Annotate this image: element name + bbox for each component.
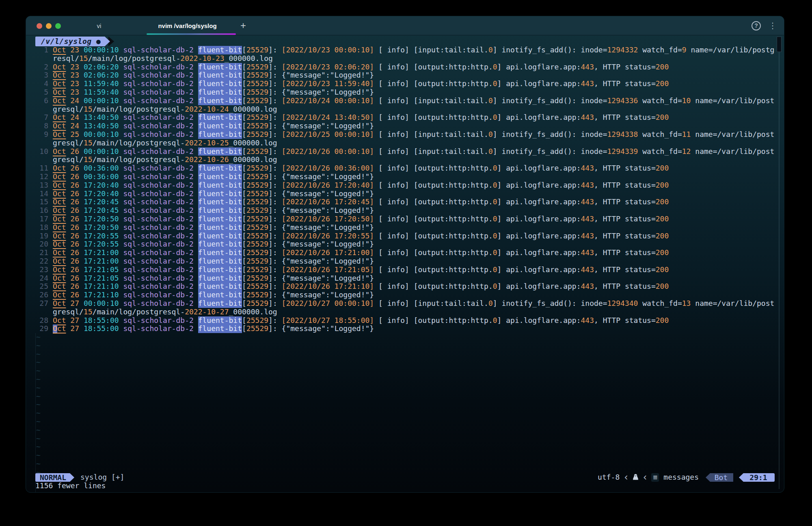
- line-number: 24: [35, 274, 53, 283]
- log-line[interactable]: gresql/15/main/log/postgresql-2022-10-27…: [35, 308, 772, 316]
- line-number: 27: [35, 299, 53, 308]
- line-number: 20: [35, 240, 53, 249]
- log-line[interactable]: 15Oct 26 17:20:45 sql-scholar-db-2 fluen…: [35, 198, 772, 206]
- empty-buffer-line: ~: [35, 384, 772, 392]
- encoding-label: utf-8: [598, 473, 620, 482]
- empty-buffer-line: ~: [35, 426, 772, 435]
- line-number: 11: [35, 164, 53, 173]
- tilde-marker: ~: [35, 375, 41, 384]
- log-line[interactable]: 13Oct 26 17:20:40 sql-scholar-db-2 fluen…: [35, 181, 772, 190]
- log-line[interactable]: 28Oct 27 18:55:00 sql-scholar-db-2 fluen…: [35, 316, 772, 325]
- empty-buffer-line: ~: [35, 435, 772, 443]
- log-line[interactable]: resql/15/main/log/postgresql-2022-10-23_…: [35, 54, 772, 63]
- log-line[interactable]: 4Oct 23 11:59:40 sql-scholar-db-2 fluent…: [35, 80, 772, 88]
- tilde-marker: ~: [35, 443, 41, 451]
- log-line[interactable]: 24Oct 26 17:21:05 sql-scholar-db-2 fluen…: [35, 274, 772, 283]
- minimize-window-button[interactable]: [46, 23, 52, 29]
- statusline-file-label: syslog [+]: [80, 473, 124, 482]
- tilde-marker: ~: [35, 451, 41, 460]
- line-number: 1: [35, 46, 53, 54]
- line-number: [35, 308, 53, 316]
- log-line[interactable]: 7Oct 24 13:40:50 sql-scholar-db-2 fluent…: [35, 113, 772, 122]
- tab-nvim-syslog[interactable]: nvim /var/log/syslog: [144, 16, 231, 35]
- tilde-marker: ~: [35, 460, 41, 468]
- tilde-marker: ~: [35, 400, 41, 409]
- empty-buffer-line: ~: [35, 400, 772, 409]
- scrollbar-track[interactable]: [779, 37, 780, 489]
- line-number: 28: [35, 316, 53, 325]
- log-line[interactable]: 11Oct 26 00:36:00 sql-scholar-db-2 fluen…: [35, 164, 772, 173]
- log-line[interactable]: gresql/15/main/log/postgresql-2022-10-26…: [35, 156, 772, 164]
- log-line[interactable]: 19Oct 26 17:20:55 sql-scholar-db-2 fluen…: [35, 232, 772, 240]
- empty-buffer-line: ~: [35, 358, 772, 367]
- buffer-tab-arrow: [105, 37, 110, 46]
- log-line[interactable]: gresql/15/main/log/postgresql-2022-10-25…: [35, 139, 772, 147]
- log-line[interactable]: 20Oct 26 17:20:55 sql-scholar-db-2 fluen…: [35, 240, 772, 249]
- log-line[interactable]: 5Oct 23 11:59:40 sql-scholar-db-2 fluent…: [35, 88, 772, 97]
- line-number: 26: [35, 291, 53, 299]
- mode-indicator: NORMAL: [35, 473, 74, 482]
- lines-icon: ≡: [651, 473, 659, 482]
- line-number: 9: [35, 130, 53, 139]
- log-line[interactable]: 27Oct 27 00:00:10 sql-scholar-db-2 fluen…: [35, 299, 772, 308]
- empty-buffer-line: ~: [35, 342, 772, 350]
- log-line[interactable]: 3Oct 23 02:06:20 sql-scholar-db-2 fluent…: [35, 71, 772, 80]
- cursor-position-indicator: 29:1: [739, 473, 775, 482]
- close-window-button[interactable]: [37, 23, 42, 29]
- log-line[interactable]: 16Oct 26 17:20:45 sql-scholar-db-2 fluen…: [35, 206, 772, 215]
- line-number: 15: [35, 198, 53, 206]
- log-line[interactable]: 25Oct 26 17:21:10 sql-scholar-db-2 fluen…: [35, 282, 772, 291]
- empty-buffer-line: ~: [35, 451, 772, 460]
- traffic-lights: [37, 23, 61, 29]
- line-number: [35, 156, 53, 164]
- buffer-tab-syslog[interactable]: /v/l/syslog ●: [35, 37, 105, 46]
- line-number: 22: [35, 257, 53, 266]
- log-line[interactable]: 1Oct 23 00:00:10 sql-scholar-db-2 fluent…: [35, 46, 772, 54]
- overflow-menu-icon[interactable]: ⋮: [767, 22, 778, 30]
- scrollbar-thumb[interactable]: [777, 37, 782, 52]
- line-number: 25: [35, 282, 53, 291]
- log-line[interactable]: 9Oct 25 00:00:10 sql-scholar-db-2 fluent…: [35, 130, 772, 139]
- command-message-line: 1156 fewer lines: [35, 482, 106, 490]
- zoom-window-button[interactable]: [55, 23, 61, 29]
- log-line[interactable]: 29Oct 27 18:55:00 sql-scholar-db-2 fluen…: [35, 325, 772, 333]
- tab-vi[interactable]: vi: [73, 16, 125, 35]
- empty-buffer-line: ~: [35, 443, 772, 451]
- log-line[interactable]: 18Oct 26 17:20:50 sql-scholar-db-2 fluen…: [35, 223, 772, 232]
- log-line[interactable]: 21Oct 26 17:21:00 sql-scholar-db-2 fluen…: [35, 249, 772, 257]
- chevron-left-icon: ‹: [643, 473, 647, 482]
- log-line[interactable]: 6Oct 24 00:00:10 sql-scholar-db-2 fluent…: [35, 97, 772, 105]
- line-number: 29: [35, 325, 53, 333]
- empty-buffer-line: ~: [35, 367, 772, 375]
- active-tab-underline: [147, 33, 236, 35]
- line-number: 13: [35, 181, 53, 190]
- log-line[interactable]: gresql/15/main/log/postgresql-2022-10-24…: [35, 105, 772, 114]
- log-line[interactable]: 2Oct 23 02:06:20 sql-scholar-db-2 fluent…: [35, 63, 772, 71]
- empty-buffer-line: ~: [35, 392, 772, 401]
- line-number: 4: [35, 80, 53, 88]
- line-number: 3: [35, 71, 53, 80]
- log-line[interactable]: 17Oct 26 17:20:50 sql-scholar-db-2 fluen…: [35, 215, 772, 223]
- empty-buffer-line: ~: [35, 418, 772, 426]
- left-guide-line: [35, 333, 36, 493]
- new-tab-button[interactable]: +: [236, 19, 250, 32]
- log-line[interactable]: 8Oct 24 13:40:50 sql-scholar-db-2 fluent…: [35, 122, 772, 130]
- log-line[interactable]: 23Oct 26 17:21:05 sql-scholar-db-2 fluen…: [35, 266, 772, 274]
- log-line[interactable]: 26Oct 26 17:21:10 sql-scholar-db-2 fluen…: [35, 291, 772, 299]
- log-line[interactable]: 12Oct 26 00:36:00 sql-scholar-db-2 fluen…: [35, 173, 772, 181]
- log-line[interactable]: 10Oct 26 00:00:10 sql-scholar-db-2 fluen…: [35, 147, 772, 156]
- line-number: 21: [35, 249, 53, 257]
- linux-penguin-icon: [633, 474, 639, 481]
- titlebar: vi nvim /var/log/syslog + ? ⋮: [26, 16, 784, 35]
- line-number: 23: [35, 266, 53, 274]
- help-icon[interactable]: ?: [752, 21, 761, 30]
- empty-buffer-line: ~: [35, 460, 772, 468]
- empty-buffer-line: ~: [35, 350, 772, 359]
- tilde-marker: ~: [35, 392, 41, 401]
- line-number: 12: [35, 173, 53, 181]
- tilde-marker: ~: [35, 350, 41, 359]
- log-line[interactable]: 14Oct 26 17:20:40 sql-scholar-db-2 fluen…: [35, 190, 772, 198]
- line-number: 6: [35, 97, 53, 105]
- chevron-left-icon: ‹: [624, 473, 628, 482]
- log-line[interactable]: 22Oct 26 17:21:00 sql-scholar-db-2 fluen…: [35, 257, 772, 266]
